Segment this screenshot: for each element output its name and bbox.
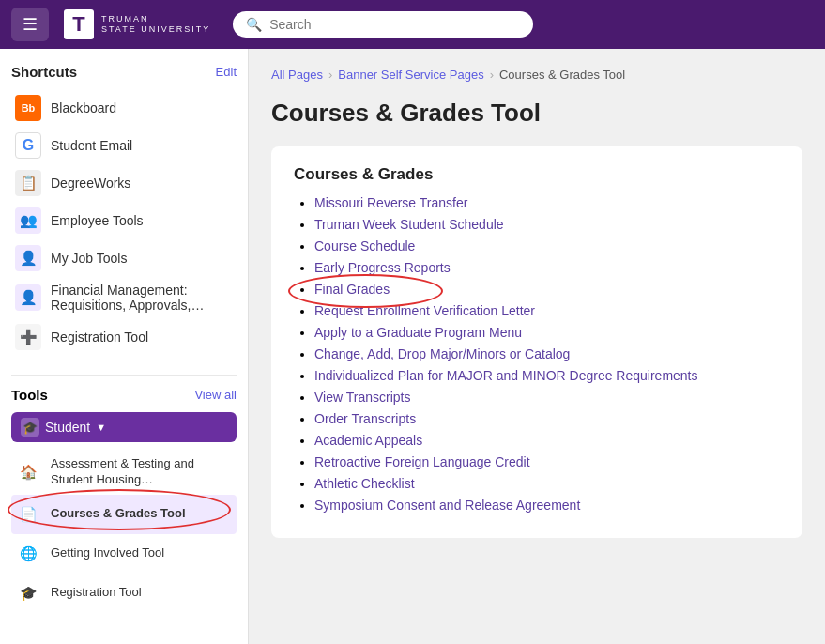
link-item-3[interactable]: Early Progress Reports	[314, 260, 451, 275]
link-item-0[interactable]: Missouri Reverse Transfer	[314, 195, 467, 210]
tool-registration-label: Registration Tool	[51, 585, 142, 601]
chevron-down-icon: ▼	[96, 422, 106, 433]
shortcut-degreeworks[interactable]: 📋 DegreeWorks	[11, 164, 237, 202]
breadcrumb: All Pages › Banner Self Service Pages › …	[271, 68, 802, 82]
financial-icon: 👤	[15, 284, 41, 311]
search-input[interactable]	[269, 17, 520, 32]
link-item-5[interactable]: Request Enrollment Verification Letter	[314, 303, 535, 318]
shortcut-financial-label: Financial Management: Requisitions, Appr…	[51, 283, 233, 313]
shortcut-employee-label: Employee Tools	[51, 213, 144, 228]
student-selector[interactable]: 🎓 Student ▼	[11, 412, 237, 442]
shortcut-blackboard-label: Blackboard	[51, 100, 116, 115]
tools-section: Tools View all 🎓 Student ▼ 🏠 Assessment …	[11, 387, 237, 613]
link-item-7[interactable]: Change, Add, Drop Major/Minors or Catalo…	[314, 346, 570, 361]
shortcuts-header: Shortcuts Edit	[11, 64, 237, 80]
getting-involved-icon: 🌐	[15, 541, 41, 567]
link-item-9[interactable]: View Transcripts	[314, 390, 410, 405]
hamburger-button[interactable]: ☰	[11, 8, 49, 41]
view-all-link[interactable]: View all	[194, 388, 237, 402]
breadcrumb-sep-1: ›	[328, 68, 332, 82]
search-icon: 🔍	[246, 17, 262, 32]
degreeworks-icon: 📋	[15, 170, 41, 196]
breadcrumb-all-pages[interactable]: All Pages	[271, 68, 323, 82]
assessment-icon: 🏠	[15, 459, 41, 485]
content-card: Courses & Grades Missouri Reverse Transf…	[271, 146, 802, 538]
sidebar: Shortcuts Edit Bb Blackboard G Student E…	[0, 49, 249, 644]
tools-header: Tools View all	[11, 387, 237, 403]
tools-title: Tools	[11, 387, 48, 403]
shortcut-degreeworks-label: DegreeWorks	[51, 176, 130, 191]
shortcut-employee-tools[interactable]: 👥 Employee Tools	[11, 202, 237, 239]
my-job-tools-icon: 👤	[15, 245, 41, 271]
breadcrumb-sep-2: ›	[490, 68, 494, 82]
search-bar[interactable]: 🔍	[233, 11, 533, 38]
sidebar-divider	[11, 375, 237, 376]
link-final-grades[interactable]: Final Grades	[314, 282, 390, 297]
tool-getting-involved[interactable]: 🌐 Getting Involved Tool	[11, 534, 237, 574]
link-item-13[interactable]: Athletic Checklist	[314, 476, 415, 491]
link-item-1[interactable]: Truman Week Student Schedule	[314, 217, 504, 232]
link-item-2[interactable]: Course Schedule	[314, 238, 415, 253]
tool-registration[interactable]: 🎓 Registration Tool	[11, 574, 237, 613]
link-item-12[interactable]: Retroactive Foreign Language Credit	[314, 454, 530, 469]
shortcut-registration-label: Registration Tool	[51, 330, 148, 345]
shortcut-financial-management[interactable]: 👤 Financial Management: Requisitions, Ap…	[11, 277, 237, 318]
tool-courses-grades[interactable]: 📄 Courses & Grades Tool	[11, 495, 237, 534]
google-icon: G	[15, 132, 41, 159]
link-item-11[interactable]: Academic Appeals	[314, 433, 422, 448]
shortcuts-title: Shortcuts	[11, 64, 77, 80]
link-item-8[interactable]: Individualized Plan for MAJOR and MINOR …	[314, 368, 698, 383]
shortcut-student-email[interactable]: G Student Email	[11, 127, 237, 164]
logo: T TRUMAN STATE UNIVERSITY	[64, 9, 210, 39]
link-item-6[interactable]: Apply to a Graduate Program Menu	[314, 325, 522, 340]
tool-courses-grades-wrapper: 📄 Courses & Grades Tool	[11, 495, 237, 534]
blackboard-icon: Bb	[15, 95, 41, 121]
edit-shortcuts-link[interactable]: Edit	[216, 65, 237, 79]
shortcut-blackboard[interactable]: Bb Blackboard	[11, 89, 237, 127]
top-nav: ☰ T TRUMAN STATE UNIVERSITY 🔍	[0, 0, 825, 49]
student-icon: 🎓	[21, 418, 39, 437]
student-selector-label: Student	[45, 420, 90, 435]
breadcrumb-current: Courses & Grades Tool	[499, 68, 625, 82]
tool-getting-involved-label: Getting Involved Tool	[51, 545, 164, 561]
section-title: Courses & Grades	[294, 165, 780, 184]
breadcrumb-banner[interactable]: Banner Self Service Pages	[338, 68, 483, 82]
logo-text: TRUMAN STATE UNIVERSITY	[101, 14, 210, 35]
tool-assessment[interactable]: 🏠 Assessment & Testing and Student Housi…	[11, 450, 237, 495]
page-title: Courses & Grades Tool	[271, 99, 802, 128]
main-content: All Pages › Banner Self Service Pages › …	[249, 49, 825, 644]
shortcut-myjob-label: My Job Tools	[51, 251, 127, 266]
employee-tools-icon: 👥	[15, 207, 41, 234]
tool-assessment-label: Assessment & Testing and Student Housing…	[51, 456, 233, 488]
registration-shortcut-icon: ➕	[15, 324, 41, 350]
shortcut-registration[interactable]: ➕ Registration Tool	[11, 318, 237, 356]
logo-t-icon: T	[64, 9, 94, 39]
link-item-10[interactable]: Order Transcripts	[314, 411, 416, 426]
link-list: Missouri Reverse TransferTruman Week Stu…	[294, 195, 780, 513]
shortcut-email-label: Student Email	[51, 138, 132, 153]
link-item-14[interactable]: Symposium Consent and Release Agreement	[314, 498, 580, 513]
registration-tool-icon: 🎓	[15, 580, 41, 606]
shortcuts-section: Shortcuts Edit Bb Blackboard G Student E…	[11, 64, 237, 356]
main-layout: Shortcuts Edit Bb Blackboard G Student E…	[0, 49, 825, 644]
tool-courses-grades-label: Courses & Grades Tool	[51, 506, 186, 522]
courses-grades-icon: 📄	[15, 501, 41, 528]
shortcut-my-job-tools[interactable]: 👤 My Job Tools	[11, 239, 237, 277]
